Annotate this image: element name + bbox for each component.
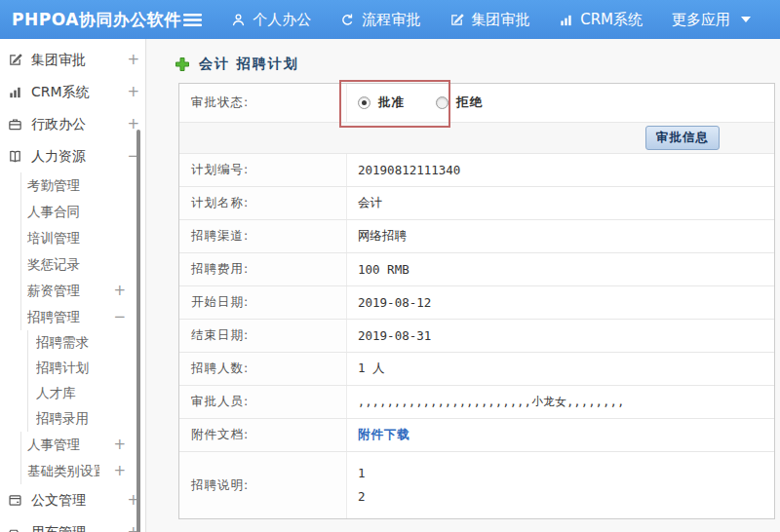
action-row: 审批信息	[179, 123, 774, 154]
hamburger-menu-icon[interactable]	[183, 13, 202, 27]
caret-down-icon	[741, 17, 751, 22]
nav-item-label: 更多应用	[672, 11, 730, 29]
sidebar-item-label: 考勤管理	[27, 177, 80, 195]
expand-icon[interactable]: +	[127, 53, 139, 67]
sidebar-item[interactable]: 培训管理	[0, 225, 145, 251]
sidebar-item-label: 人力资源	[31, 148, 86, 166]
table-row: 附件文档:附件下载	[179, 419, 774, 452]
nav-item-3[interactable]: 集团审批	[449, 11, 529, 29]
field-value-line: 1	[358, 462, 366, 485]
sidebar-item-label: 招聘管理	[27, 309, 80, 326]
table-row: 计划编号:20190812111340	[179, 154, 774, 187]
add-icon[interactable]	[175, 57, 190, 72]
edit-square-icon	[8, 53, 22, 67]
field-label: 审批人员:	[179, 386, 347, 418]
sidebar-item[interactable]: 用车管理+	[0, 516, 145, 532]
expand-icon[interactable]: +	[113, 437, 126, 452]
sidebar-item[interactable]: 公文管理+	[0, 484, 145, 516]
sidebar-item[interactable]: 人事管理+	[0, 432, 145, 458]
sidebar-item-label: 招聘录用	[36, 410, 89, 428]
sidebar-item[interactable]: 招聘计划	[0, 356, 145, 381]
user-icon	[231, 13, 246, 27]
nav-item-label: CRM系统	[580, 11, 643, 29]
table-row: 审批人员:,,,,,,,,,,,,,,,,,,,,,,,,小龙女,,,,,,,,	[179, 386, 774, 419]
field-value-line: 2	[358, 485, 366, 509]
radio-approve-label: 批准	[378, 95, 405, 111]
radio-approve[interactable]	[358, 96, 370, 109]
sidebar-item[interactable]: 人才库	[0, 381, 145, 406]
field-label: 招聘说明:	[179, 452, 347, 518]
sidebar-item-label: 培训管理	[27, 230, 80, 247]
sidebar-item-label: 薪资管理	[27, 283, 80, 300]
expand-icon[interactable]: +	[113, 284, 126, 298]
briefcase-icon	[8, 117, 22, 132]
sidebar-item[interactable]: 薪资管理+	[0, 278, 145, 304]
sidebar-item-label: 人才库	[36, 385, 76, 402]
sidebar-item[interactable]: 奖惩记录	[0, 251, 145, 278]
field-value: 2019-08-12	[347, 286, 774, 319]
sidebar-scrollbar-thumb[interactable]	[136, 130, 140, 532]
nav-item-label: 集团审批	[471, 11, 529, 29]
sidebar-item[interactable]: 人力资源−	[0, 140, 145, 172]
sidebar-item[interactable]: 招聘需求	[0, 330, 145, 356]
nav-item-1[interactable]: 个人办公	[231, 11, 311, 29]
radio-reject[interactable]	[436, 96, 448, 109]
field-value: 会计	[347, 187, 774, 219]
edit-square-icon	[449, 13, 464, 27]
page-title-row: 会计 招聘计划	[147, 39, 780, 75]
approval-options: 批准 拒绝	[347, 84, 774, 122]
car-icon	[8, 525, 22, 532]
nav-item-4[interactable]: CRM系统	[559, 11, 643, 29]
approval-status-row: 审批状态: 批准 拒绝	[179, 84, 774, 123]
collapse-icon[interactable]: −	[113, 310, 126, 324]
attachment-download-link[interactable]: 附件下载	[358, 427, 410, 443]
sidebar-item-label: 招聘需求	[36, 334, 89, 352]
sidebar-item[interactable]: 基础类别设置+	[0, 458, 145, 484]
table-row: 招聘人数:1 人	[179, 353, 774, 386]
field-label: 招聘费用:	[179, 253, 347, 285]
sidebar-item-label: 行政办公	[31, 116, 86, 133]
field-value: ,,,,,,,,,,,,,,,,,,,,,,,,小龙女,,,,,,,,	[347, 386, 774, 418]
field-label: 开始日期:	[179, 286, 347, 319]
field-value: 100 RMB	[347, 253, 774, 285]
sidebar-item[interactable]: CRM系统+	[0, 76, 145, 108]
sidebar-item-label: 人事管理	[27, 437, 80, 454]
table-row: 计划名称:会计	[179, 187, 774, 220]
expand-icon[interactable]: +	[127, 85, 139, 99]
bar-chart-icon	[559, 13, 573, 27]
field-value: 20190812111340	[347, 154, 774, 186]
sidebar-item[interactable]: 行政办公+	[0, 108, 145, 140]
nav-menu: 个人办公流程审批集团审批CRM系统更多应用	[231, 11, 780, 29]
approval-info-button[interactable]: 审批信息	[645, 126, 720, 150]
detail-table: 审批状态: 批准 拒绝 审批信息 计划编号:20190812111340计划名称…	[178, 83, 775, 519]
nav-item-2[interactable]: 流程审批	[340, 11, 420, 29]
sidebar-item-label: 奖惩记录	[27, 256, 80, 274]
top-navbar: PHPOA协同办公软件 个人办公流程审批集团审批CRM系统更多应用	[0, 0, 780, 39]
sidebar-item[interactable]: 考勤管理	[0, 172, 145, 199]
field-value: 12	[347, 452, 774, 518]
sidebar-item[interactable]: 招聘管理−	[0, 304, 145, 330]
sidebar-nav: 集团审批+CRM系统+行政办公+人力资源−考勤管理人事合同培训管理奖惩记录薪资管…	[0, 39, 146, 532]
table-row: 招聘渠道:网络招聘	[179, 220, 774, 253]
field-value: 附件下载	[347, 419, 774, 451]
sidebar-item-label: 基础类别设置	[27, 463, 99, 480]
field-label: 招聘渠道:	[179, 220, 347, 252]
expand-icon[interactable]: +	[113, 464, 126, 478]
process-icon	[340, 13, 355, 27]
sidebar-item-label: 人事合同	[27, 204, 80, 221]
sidebar-item-label: 公文管理	[31, 492, 86, 510]
nav-item-5[interactable]: 更多应用	[672, 11, 751, 29]
sidebar-item-label: 用车管理	[31, 524, 86, 532]
field-label: 结束日期:	[179, 320, 347, 352]
field-label: 审批状态:	[179, 84, 347, 122]
sidebar-item-label: CRM系统	[31, 84, 90, 101]
sidebar-item[interactable]: 人事合同	[0, 199, 145, 225]
sidebar-item[interactable]: 招聘录用	[0, 406, 145, 432]
field-value: 网络招聘	[347, 220, 774, 252]
field-label: 计划名称:	[179, 187, 347, 219]
bar-chart-icon	[8, 85, 22, 99]
field-value: 2019-08-31	[347, 320, 774, 352]
main-content: 会计 招聘计划 审批状态: 批准 拒绝 审批信息 计划编号:2019081211…	[147, 39, 780, 532]
sidebar-item[interactable]: 集团审批+	[0, 44, 145, 76]
field-value: 1 人	[347, 353, 774, 385]
